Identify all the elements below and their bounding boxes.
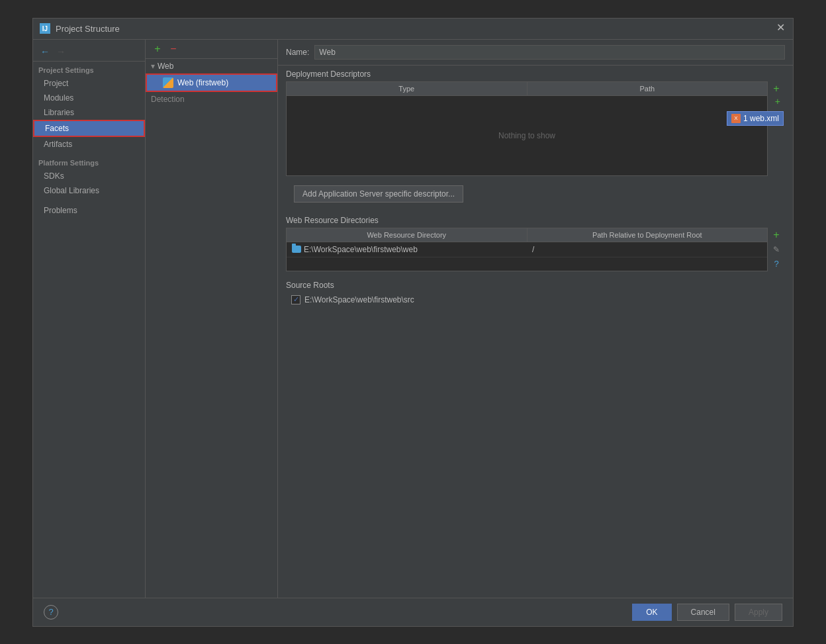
popup-item-label: 1 web.xml xyxy=(743,114,779,123)
tree-child-web-firstweb[interactable]: Web (firstweb) xyxy=(146,73,277,92)
web-resource-table: Web Resource Directory Path Relative to … xyxy=(286,228,768,271)
sidebar-item-libraries[interactable]: Libraries xyxy=(33,105,145,120)
forward-button[interactable]: → xyxy=(54,45,68,58)
sidebar: ← → Project Settings Project Modules Lib… xyxy=(33,40,146,598)
middle-panel: + − ▾Web Web (firstweb) Detection xyxy=(146,40,278,598)
sidebar-item-global-libraries[interactable]: Global Libraries xyxy=(33,183,145,198)
tree-parent-web[interactable]: ▾Web xyxy=(146,59,277,73)
dialog-body: ← → Project Settings Project Modules Lib… xyxy=(33,40,793,598)
remove-facet-button[interactable]: − xyxy=(167,42,180,56)
name-input[interactable] xyxy=(314,45,785,60)
dialog-title: Project Structure xyxy=(56,24,120,34)
sidebar-item-problems[interactable]: Problems xyxy=(33,203,145,218)
title-bar-left: IJ Project Structure xyxy=(40,23,120,34)
add-web-resource-button[interactable]: + xyxy=(770,229,782,241)
sidebar-nav-top: ← → xyxy=(33,42,145,62)
sidebar-item-sdks[interactable]: SDKs xyxy=(33,169,145,183)
deployment-descriptors-label: Deployment Descriptors xyxy=(278,66,793,81)
web-facet-icon xyxy=(163,77,173,88)
web-xml-popup[interactable]: + X 1 web.xml xyxy=(727,111,784,126)
ok-button[interactable]: OK xyxy=(632,604,671,621)
bottom-buttons: OK Cancel Apply xyxy=(632,604,782,621)
source-root-row: E:\WorkSpace\web\firstweb\src xyxy=(286,293,785,307)
sidebar-item-modules[interactable]: Modules xyxy=(33,91,145,105)
add-application-server-descriptor-button[interactable]: Add Application Server specific descript… xyxy=(294,185,463,203)
platform-settings-header: Platform Settings xyxy=(33,157,145,169)
add-deployment-button[interactable]: + xyxy=(770,83,782,95)
web-resource-actions: + ✎ ? xyxy=(768,228,785,271)
add-popup-plus: + xyxy=(772,95,783,108)
path-column-header: Path xyxy=(528,82,768,95)
app-icon: IJ xyxy=(40,23,50,34)
add-descriptor-container: Add Application Server specific descript… xyxy=(278,176,793,212)
cancel-button[interactable]: Cancel xyxy=(677,604,729,621)
web-resource-relative-cell: / xyxy=(527,242,767,257)
sidebar-item-project[interactable]: Project xyxy=(33,76,145,91)
source-root-path: E:\WorkSpace\web\firstweb\src xyxy=(304,295,414,304)
add-facet-button[interactable]: + xyxy=(151,42,164,56)
type-column-header: Type xyxy=(287,82,528,95)
sidebar-item-artifacts[interactable]: Artifacts xyxy=(33,137,145,152)
source-root-checkbox[interactable] xyxy=(291,295,300,304)
help-button[interactable]: ? xyxy=(44,605,58,620)
source-roots-label: Source Roots xyxy=(286,277,785,293)
middle-toolbar: + − xyxy=(146,40,277,59)
project-settings-header: Project Settings xyxy=(33,64,145,76)
deployment-descriptors-table: Type Path Nothing to show xyxy=(286,81,768,176)
web-resource-header: Web Resource Directory Path Relative to … xyxy=(287,228,767,242)
name-label: Name: xyxy=(286,48,309,57)
name-row: Name: xyxy=(278,40,793,66)
web-resource-directories-label: Web Resource Directories xyxy=(278,212,793,228)
web-resource-path-cell: E:\WorkSpace\web\firstweb\web xyxy=(287,242,527,257)
title-bar: IJ Project Structure ✕ xyxy=(33,19,793,40)
sidebar-item-facets[interactable]: Facets xyxy=(33,120,145,137)
folder-icon xyxy=(292,246,301,253)
right-panel: Name: Deployment Descriptors Type Path N… xyxy=(278,40,793,598)
web-resource-row[interactable]: E:\WorkSpace\web\firstweb\web / xyxy=(287,242,767,257)
help-web-resource-button[interactable]: ? xyxy=(770,258,782,270)
xml-file-icon: X xyxy=(731,114,741,123)
path-relative-col: Path Relative to Deployment Root xyxy=(528,228,768,242)
back-button[interactable]: ← xyxy=(38,45,52,58)
edit-web-resource-button[interactable]: ✎ xyxy=(770,244,782,255)
close-button[interactable]: ✕ xyxy=(774,23,786,34)
deployment-table-header: Type Path xyxy=(287,82,767,96)
deployment-table-body: Nothing to show xyxy=(287,96,767,175)
web-resource-dir-col: Web Resource Directory xyxy=(287,228,528,242)
project-structure-dialog: IJ Project Structure ✕ ← → Project Setti… xyxy=(32,18,794,627)
bottom-bar: ? OK Cancel Apply xyxy=(33,598,793,626)
detection-item[interactable]: Detection xyxy=(146,92,277,107)
nothing-to-show: Nothing to show xyxy=(498,131,555,140)
source-roots-section: Source Roots E:\WorkSpace\web\firstweb\s… xyxy=(286,277,785,307)
apply-button[interactable]: Apply xyxy=(735,604,782,621)
